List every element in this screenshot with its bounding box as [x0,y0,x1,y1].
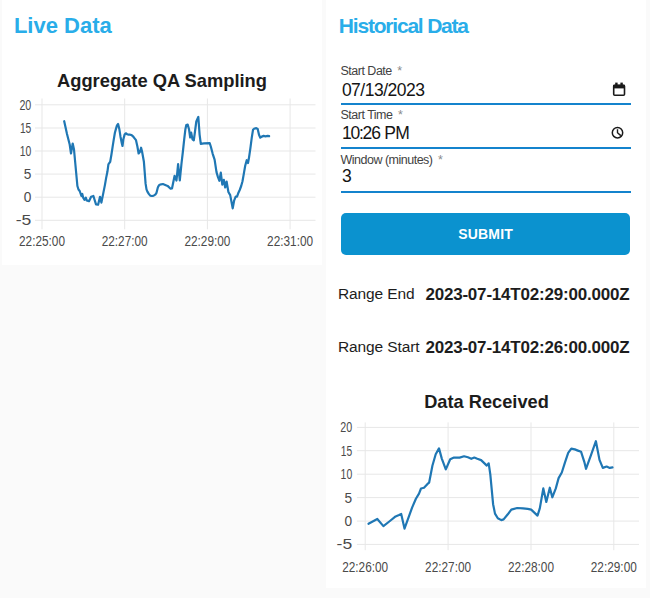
svg-text:-5: -5 [16,211,32,228]
svg-text:22:28:00: 22:28:00 [508,558,554,575]
svg-text:20: 20 [340,418,352,435]
svg-text:10: 10 [20,142,32,159]
svg-text:22:27:00: 22:27:00 [102,232,148,249]
svg-text:22:26:00: 22:26:00 [342,558,388,575]
svg-text:5: 5 [24,165,32,182]
svg-text:22:29:00: 22:29:00 [591,558,637,575]
svg-text:15: 15 [20,119,31,136]
svg-text:0: 0 [24,188,32,205]
svg-text:Data Received: Data Received [424,391,549,412]
svg-text:20: 20 [19,96,31,113]
svg-text:-5: -5 [337,535,353,552]
svg-text:22:27:00: 22:27:00 [425,558,471,575]
svg-text:10: 10 [341,465,353,482]
svg-text:22:29:00: 22:29:00 [184,232,230,249]
svg-text:22:25:00: 22:25:00 [19,232,65,249]
svg-text:Aggregate QA Sampling: Aggregate QA Sampling [57,70,267,91]
svg-text:0: 0 [345,512,353,529]
svg-text:22:31:00: 22:31:00 [267,232,313,249]
svg-text:5: 5 [345,489,353,506]
svg-text:15: 15 [341,442,352,459]
